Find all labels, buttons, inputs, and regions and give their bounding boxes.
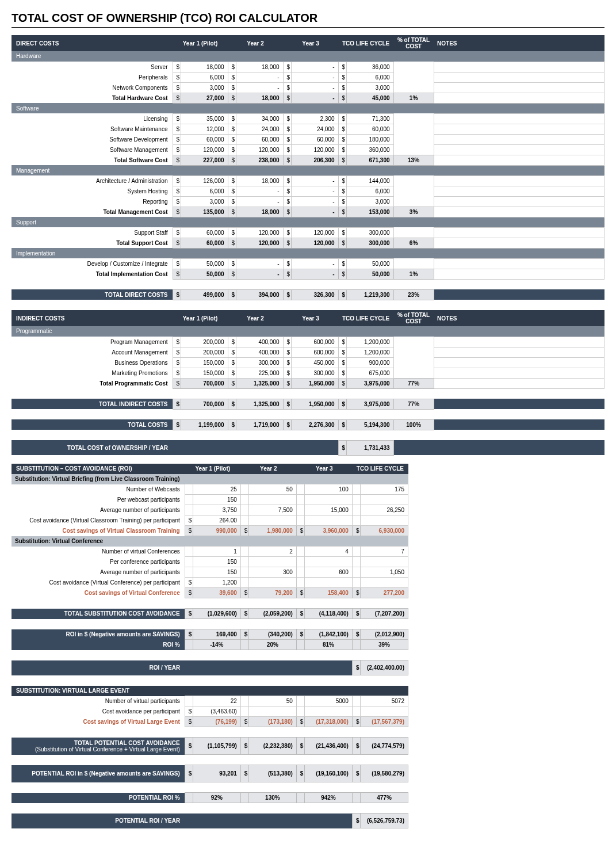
cell-y3[interactable]: - bbox=[291, 62, 338, 72]
cell-notes[interactable] bbox=[434, 238, 604, 248]
cell-notes[interactable] bbox=[434, 186, 604, 196]
cell-notes[interactable] bbox=[434, 93, 604, 103]
cell-y3[interactable] bbox=[304, 495, 352, 505]
cell-notes[interactable] bbox=[434, 347, 604, 357]
cell-y1[interactable]: 700,000 bbox=[181, 378, 228, 388]
cell-y2[interactable]: 225,000 bbox=[236, 368, 283, 378]
cell-notes[interactable] bbox=[434, 175, 604, 186]
cell-notes[interactable] bbox=[434, 378, 604, 388]
cell-y3[interactable]: 300,000 bbox=[291, 368, 338, 378]
cell-y2[interactable]: 50 bbox=[248, 696, 296, 706]
cell-notes[interactable] bbox=[434, 337, 604, 347]
cell-y2[interactable]: 300 bbox=[248, 567, 296, 578]
cell-y1[interactable]: 120,000 bbox=[181, 144, 228, 155]
cell-notes[interactable] bbox=[434, 155, 604, 165]
cell-y1[interactable]: 150 bbox=[193, 557, 240, 567]
cell-y3[interactable]: - bbox=[291, 196, 338, 207]
cell-y1[interactable]: 150 bbox=[193, 567, 240, 578]
cell-y3[interactable] bbox=[304, 706, 352, 717]
cell-y1[interactable]: 27,000 bbox=[181, 93, 228, 103]
cell-y1[interactable]: 1,200 bbox=[193, 578, 240, 588]
cell-y3[interactable]: - bbox=[291, 175, 338, 186]
cell-y2[interactable] bbox=[248, 557, 296, 567]
cell-y1[interactable]: 200,000 bbox=[181, 337, 228, 347]
cell-y3[interactable]: 450,000 bbox=[291, 357, 338, 368]
cell-y3[interactable]: 100 bbox=[304, 484, 352, 495]
cell-y3[interactable]: 120,000 bbox=[291, 227, 338, 238]
cell-y3[interactable]: 120,000 bbox=[291, 238, 338, 248]
cell-y2[interactable]: 18,000 bbox=[236, 62, 283, 72]
cell-y2[interactable]: - bbox=[236, 186, 283, 196]
cell-y2[interactable]: 120,000 bbox=[236, 144, 283, 155]
cell-y3[interactable]: 60,000 bbox=[291, 134, 338, 144]
cell-y1[interactable]: 18,000 bbox=[181, 62, 228, 72]
cell-y3[interactable]: - bbox=[291, 207, 338, 217]
cell-y3[interactable]: 4 bbox=[304, 547, 352, 557]
cell-y1[interactable]: 35,000 bbox=[181, 113, 228, 124]
cell-y2[interactable]: 18,000 bbox=[236, 207, 283, 217]
cell-notes[interactable] bbox=[434, 357, 604, 368]
cell-y1[interactable]: 60,000 bbox=[181, 134, 228, 144]
cell-y1[interactable]: 3,000 bbox=[181, 196, 228, 207]
cell-y2[interactable] bbox=[248, 495, 296, 505]
cell-y3[interactable]: 600,000 bbox=[291, 337, 338, 347]
cell-y3[interactable]: - bbox=[291, 258, 338, 269]
cell-y3[interactable]: 600 bbox=[304, 567, 352, 578]
cell-y2[interactable] bbox=[248, 578, 296, 588]
cell-y3[interactable]: 206,300 bbox=[291, 155, 338, 165]
cell-y2[interactable]: - bbox=[236, 82, 283, 93]
cell-y1[interactable]: 1 bbox=[193, 547, 240, 557]
cell-y3[interactable]: - bbox=[291, 82, 338, 93]
cell-y2[interactable]: 50 bbox=[248, 484, 296, 495]
cell-y1[interactable]: 135,000 bbox=[181, 207, 228, 217]
cell-y3[interactable]: - bbox=[291, 72, 338, 82]
cell-notes[interactable] bbox=[434, 72, 604, 82]
cell-y3[interactable] bbox=[304, 515, 352, 526]
cell-y2[interactable]: - bbox=[236, 196, 283, 207]
cell-y3[interactable]: 1,950,000 bbox=[291, 378, 338, 388]
cell-y2[interactable]: 238,000 bbox=[236, 155, 283, 165]
cell-notes[interactable] bbox=[434, 113, 604, 124]
cell-y2[interactable]: 60,000 bbox=[236, 134, 283, 144]
cell-y1[interactable]: 22 bbox=[193, 696, 240, 706]
cell-y1[interactable]: 3,750 bbox=[193, 505, 240, 515]
cell-notes[interactable] bbox=[434, 134, 604, 144]
cell-y2[interactable]: 7,500 bbox=[248, 505, 296, 515]
cell-y3[interactable]: - bbox=[291, 93, 338, 103]
cell-y1[interactable]: 12,000 bbox=[181, 124, 228, 134]
cell-y2[interactable]: 24,000 bbox=[236, 124, 283, 134]
cell-y1[interactable]: 227,000 bbox=[181, 155, 228, 165]
cell-y1[interactable]: 150 bbox=[193, 495, 240, 505]
cell-y3[interactable]: 5000 bbox=[304, 696, 352, 706]
cell-y1[interactable]: 6,000 bbox=[181, 186, 228, 196]
cell-y1[interactable]: 50,000 bbox=[181, 269, 228, 279]
cell-y1[interactable]: 6,000 bbox=[181, 72, 228, 82]
cell-notes[interactable] bbox=[434, 124, 604, 134]
cell-y2[interactable]: 400,000 bbox=[236, 337, 283, 347]
cell-y1[interactable]: 3,000 bbox=[181, 82, 228, 93]
cell-y2[interactable]: 34,000 bbox=[236, 113, 283, 124]
cell-y1[interactable]: 264.00 bbox=[193, 515, 240, 526]
cell-y3[interactable] bbox=[304, 557, 352, 567]
cell-y2[interactable] bbox=[248, 706, 296, 717]
cell-y3[interactable]: - bbox=[291, 269, 338, 279]
cell-y1[interactable]: 25 bbox=[193, 484, 240, 495]
cell-notes[interactable] bbox=[434, 269, 604, 279]
cell-y2[interactable]: 1,325,000 bbox=[236, 378, 283, 388]
cell-y1[interactable]: 150,000 bbox=[181, 357, 228, 368]
cell-y2[interactable]: 300,000 bbox=[236, 357, 283, 368]
cell-y3[interactable]: 600,000 bbox=[291, 347, 338, 357]
cell-notes[interactable] bbox=[434, 368, 604, 378]
cell-y1[interactable]: 126,000 bbox=[181, 175, 228, 186]
cell-y2[interactable] bbox=[248, 515, 296, 526]
cell-y1[interactable]: 60,000 bbox=[181, 238, 228, 248]
cell-y2[interactable]: 120,000 bbox=[236, 227, 283, 238]
cell-y2[interactable]: - bbox=[236, 269, 283, 279]
cell-notes[interactable] bbox=[434, 144, 604, 155]
cell-notes[interactable] bbox=[434, 227, 604, 238]
cell-notes[interactable] bbox=[434, 258, 604, 269]
cell-notes[interactable] bbox=[434, 207, 604, 217]
cell-y1[interactable]: 50,000 bbox=[181, 258, 228, 269]
cell-notes[interactable] bbox=[434, 82, 604, 93]
cell-notes[interactable] bbox=[434, 62, 604, 72]
